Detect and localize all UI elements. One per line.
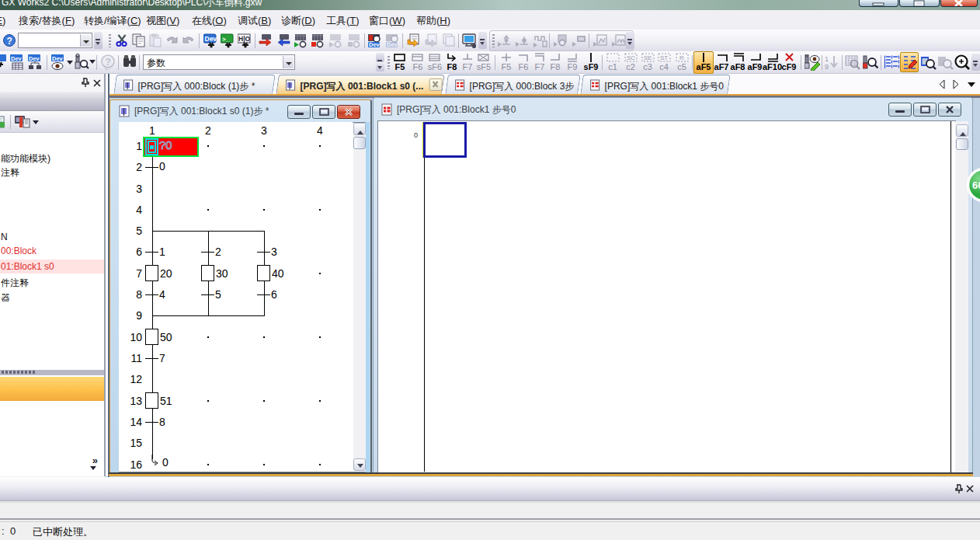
svg-text:Dev: Dev <box>369 41 381 48</box>
svg-text:Dev: Dev <box>11 55 23 62</box>
svg-text:Dev: Dev <box>387 41 398 48</box>
svg-text:60: 60 <box>972 179 980 191</box>
svg-text:?: ? <box>7 36 12 47</box>
svg-text:SC: SC <box>627 54 635 61</box>
svg-text:Dev: Dev <box>29 55 40 62</box>
svg-text:ST: ST <box>660 54 668 61</box>
svg-text:SE: SE <box>644 54 652 61</box>
svg-text:R: R <box>679 54 684 61</box>
svg-text:Dev: Dev <box>205 35 217 43</box>
svg-text:Dev: Dev <box>52 55 64 62</box>
svg-text:1: 1 <box>825 55 829 63</box>
svg-text:H|O: H|O <box>238 35 251 43</box>
svg-text:9: 9 <box>825 63 829 71</box>
svg-text:?: ? <box>106 57 111 68</box>
svg-text:>_: >_ <box>222 36 230 43</box>
